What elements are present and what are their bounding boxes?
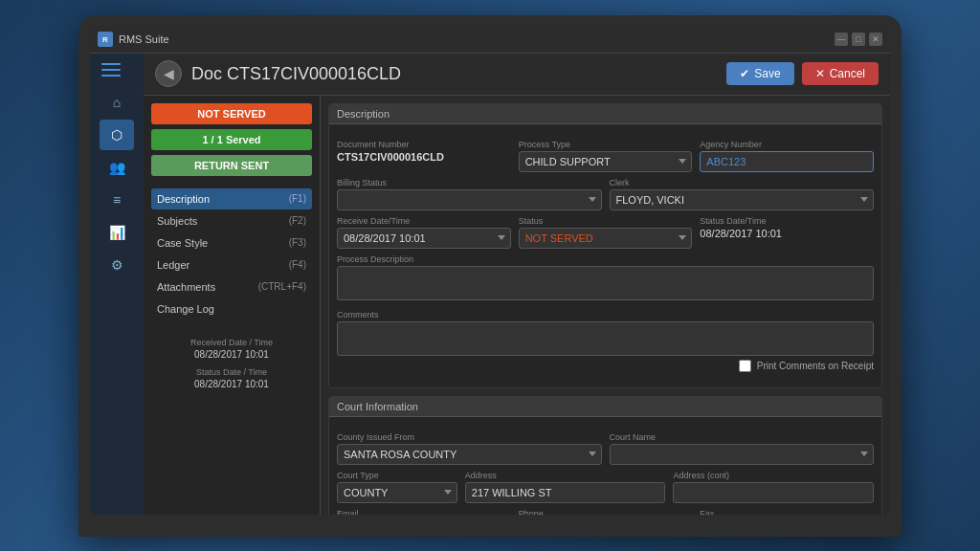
window-chrome: R RMS Suite — □ ✕ <box>90 27 890 54</box>
nav-case-style[interactable]: Case Style (F3) <box>151 232 312 253</box>
phone-field: Phone <box>519 509 693 515</box>
address-cont-label: Address (cont) <box>673 471 874 480</box>
address-field: Address <box>465 471 666 503</box>
billing-status-select[interactable] <box>337 189 602 210</box>
nav-ledger-label: Ledger <box>157 259 189 271</box>
received-value: 08/28/2017 10:01 <box>157 349 306 360</box>
sidebar-users-icon[interactable]: 👥 <box>100 152 134 183</box>
agency-number-field: Agency Number <box>700 140 874 172</box>
served-button[interactable]: 1 / 1 Served <box>151 129 312 150</box>
cancel-button[interactable]: ✕ Cancel <box>802 62 879 85</box>
nav-case-style-key: (F3) <box>289 237 306 248</box>
nav-attachments[interactable]: Attachments (CTRL+F4) <box>151 276 312 298</box>
save-button[interactable]: ✔ Save <box>726 62 793 85</box>
email-field: Email <box>337 509 511 515</box>
email-label: Email <box>337 509 511 515</box>
hamburger-menu[interactable] <box>101 57 132 82</box>
received-info: Received Date / Time 08/28/2017 10:01 St… <box>151 332 312 403</box>
form-row-3: Receive Date/Time 08/28/2017 10:01 Statu… <box>337 216 874 249</box>
nav-ledger-key: (F4) <box>289 259 306 270</box>
status-select[interactable]: NOT SERVED <box>519 228 693 249</box>
top-actions: ✔ Save ✕ Cancel <box>726 62 879 85</box>
status-field: Status NOT SERVED <box>519 216 693 249</box>
process-type-label: Process Type <box>519 140 693 149</box>
nav-items: Description (F1) Subjects (F2) Case Styl… <box>151 188 312 320</box>
content-split: NOT SERVED 1 / 1 Served RETURN SENT Desc… <box>144 96 890 515</box>
print-comments-checkbox[interactable] <box>739 360 751 372</box>
form-row-2: Billing Status Clerk FLOYD, VICKI <box>337 178 874 210</box>
receive-date-label: Receive Date/Time <box>337 216 511 226</box>
address-cont-input[interactable] <box>673 482 874 503</box>
billing-status-label: Billing Status <box>337 178 602 187</box>
address-cont-field: Address (cont) <box>673 471 874 503</box>
print-comments-row: Print Comments on Receipt <box>337 360 874 372</box>
clerk-field: Clerk FLOYD, VICKI <box>610 178 875 210</box>
nav-change-log[interactable]: Change Log <box>151 298 312 320</box>
agency-number-input[interactable] <box>700 151 874 172</box>
nav-change-log-label: Change Log <box>157 303 214 315</box>
court-type-select[interactable]: COUNTY <box>337 482 457 503</box>
window-title: RMS Suite <box>119 33 835 45</box>
court-row-3: Email Phone Fax <box>337 509 874 515</box>
comments-container: Comments <box>337 310 874 360</box>
sidebar-sliders-icon[interactable]: ≡ <box>100 185 134 215</box>
nav-ledger[interactable]: Ledger (F4) <box>151 254 312 276</box>
address-input[interactable] <box>465 482 666 503</box>
nav-attachments-key: (CTRL+F4) <box>258 281 306 292</box>
back-button[interactable]: ◀ <box>155 60 182 87</box>
maximize-button[interactable]: □ <box>852 33 865 46</box>
status-date-label: Status Date / Time <box>157 367 306 377</box>
court-type-field: Court Type COUNTY <box>337 471 457 503</box>
billing-status-field: Billing Status <box>337 178 602 210</box>
return-sent-button[interactable]: RETURN SENT <box>151 155 312 176</box>
description-section: Description Document Number CTS17CIV0000… <box>328 103 882 388</box>
minimize-button[interactable]: — <box>835 33 848 46</box>
county-issued-select[interactable]: SANTA ROSA COUNTY <box>337 444 602 465</box>
sidebar-shield-icon[interactable]: ⬡ <box>100 120 134 150</box>
nav-subjects-key: (F2) <box>289 215 306 226</box>
process-type-select[interactable]: CHILD SUPPORT <box>519 151 693 172</box>
receive-date-select[interactable]: 08/28/2017 10:01 <box>337 228 511 249</box>
phone-label: Phone <box>519 509 693 515</box>
court-section: Court Information County Issued From SAN… <box>328 396 882 515</box>
not-served-button[interactable]: NOT SERVED <box>151 103 312 124</box>
form-row-1: Document Number CTS17CIV000016CLD Proces… <box>337 140 874 172</box>
doc-number-value: CTS17CIV000016CLD <box>337 151 511 163</box>
sidebar-settings-icon[interactable]: ⚙ <box>100 250 134 280</box>
comments-textarea[interactable] <box>337 321 874 356</box>
save-label: Save <box>754 67 780 80</box>
county-issued-label: County Issued From <box>337 432 602 442</box>
sidebar-chart-icon[interactable]: 📊 <box>100 217 134 248</box>
process-desc-textarea[interactable] <box>337 266 874 300</box>
sidebar-home-icon[interactable]: ⌂ <box>100 87 134 118</box>
close-button[interactable]: ✕ <box>869 33 882 46</box>
nav-description[interactable]: Description (F1) <box>151 188 312 209</box>
status-label: Status <box>519 216 693 226</box>
status-date-value: 08/28/2017 10:01 <box>700 228 874 239</box>
court-name-select[interactable] <box>610 444 875 465</box>
window-controls[interactable]: — □ ✕ <box>835 33 882 46</box>
court-type-label: Court Type <box>337 471 457 480</box>
comments-label: Comments <box>337 310 874 320</box>
cancel-label: Cancel <box>830 67 865 80</box>
description-body: Document Number CTS17CIV000016CLD Proces… <box>329 132 881 387</box>
print-comments-label: Print Comments on Receipt <box>757 361 874 371</box>
process-desc-label: Process Description <box>337 254 874 264</box>
nav-attachments-label: Attachments <box>157 281 215 293</box>
court-row-2: Court Type COUNTY Address <box>337 471 874 503</box>
court-body: County Issued From SANTA ROSA COUNTY Cou… <box>329 425 881 515</box>
hamburger-line <box>101 75 121 77</box>
county-issued-field: County Issued From SANTA ROSA COUNTY <box>337 432 602 465</box>
nav-case-style-label: Case Style <box>157 237 208 249</box>
hamburger-line <box>101 69 121 71</box>
clerk-select[interactable]: FLOYD, VICKI <box>610 189 875 210</box>
agency-number-label: Agency Number <box>700 140 874 149</box>
doc-number-label: Document Number <box>337 140 511 149</box>
hamburger-line <box>101 63 121 65</box>
status-date-value: 08/28/2017 10:01 <box>157 379 306 389</box>
description-header: Description <box>329 104 881 124</box>
court-header: Court Information <box>329 397 881 417</box>
nav-description-key: (F1) <box>289 193 306 204</box>
nav-subjects[interactable]: Subjects (F2) <box>151 210 312 231</box>
clerk-label: Clerk <box>610 178 875 187</box>
